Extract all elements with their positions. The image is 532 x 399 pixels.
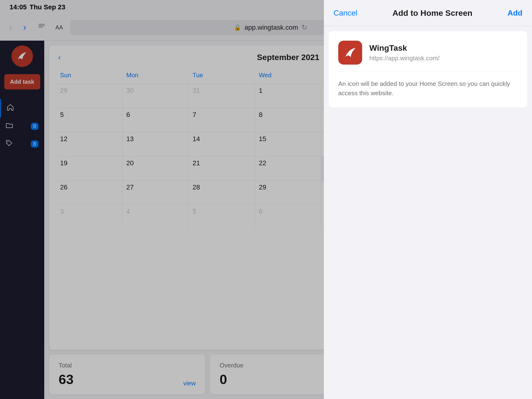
panel-app-url: https://app.wingtask.com/ [369,55,439,62]
panel-app-name: WingTask [369,43,439,53]
panel-app-icon [338,41,362,65]
panel-add-button[interactable]: Add [508,9,522,18]
panel-app-details: WingTask https://app.wingtask.com/ [369,43,439,62]
panel-description: An icon will be added to your Home Scree… [338,79,518,98]
panel-rest [324,112,532,399]
panel-header: Cancel Add to Home Screen Add [324,0,532,26]
panel-cancel-button[interactable]: Cancel [333,9,357,18]
panel-body: WingTask https://app.wingtask.com/ An ic… [329,31,527,108]
add-to-home-screen-panel: Cancel Add to Home Screen Add WingTask h… [324,0,532,399]
panel-app-info: WingTask https://app.wingtask.com/ [338,41,518,72]
panel-title: Add to Home Screen [393,8,472,18]
